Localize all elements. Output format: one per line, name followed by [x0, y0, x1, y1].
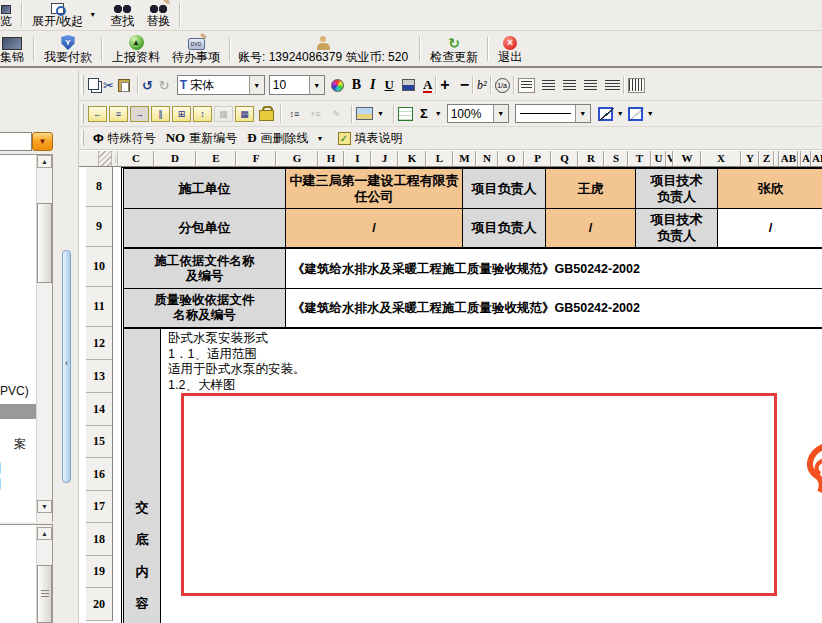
column-header-E[interactable]: E [196, 151, 236, 166]
line-spacing-icon[interactable]: ↕≡ [285, 106, 304, 122]
undo-icon[interactable]: ↺ [142, 79, 153, 92]
find-button[interactable]: 查找 [104, 0, 140, 30]
column-header-S[interactable]: S [604, 151, 628, 166]
cell-quality-basis-value[interactable]: 《建筑给水排水及采暖工程施工质量验收规范》GB50242-2002 [286, 289, 822, 327]
line-style-dropdown[interactable]: ▼ [575, 105, 590, 122]
secondary-panel[interactable]: ▲ [0, 524, 53, 623]
collection-button-partial[interactable]: 集锦 [0, 32, 30, 66]
insert-cell-icon[interactable]: ⊞ [172, 106, 191, 122]
align-justify-icon[interactable] [605, 80, 620, 91]
cell-tech-manager-value[interactable]: / [718, 209, 822, 247]
table-border-icon[interactable] [398, 107, 413, 121]
column-header-G[interactable]: G [276, 151, 318, 166]
column-header-N[interactable]: N [476, 151, 498, 166]
zoom-dropdown[interactable]: ▼ [493, 105, 508, 122]
decrease-size-button[interactable]: − [460, 76, 469, 94]
cell-project-manager-label[interactable]: 项目负责人 [463, 209, 546, 247]
merge-center-icon[interactable]: ≡ [109, 106, 128, 122]
diagonal-border-icon[interactable] [598, 107, 613, 121]
zoom-select[interactable]: 100% ▼ [447, 104, 509, 123]
split-table-icon[interactable]: ↕ [193, 106, 212, 122]
cell-construction-unit-value[interactable]: 中建三局第一建设工程有限责任公司 [286, 169, 463, 208]
shading-icon[interactable]: ▦ [214, 106, 233, 122]
scrollbar-thumb[interactable] [37, 565, 52, 623]
insert-right-icon[interactable]: → [130, 106, 149, 122]
grid-corner[interactable] [79, 151, 99, 166]
clear-diagonal-icon[interactable] [628, 107, 643, 121]
toolbar-grip[interactable] [81, 104, 84, 124]
cell-construction-basis-label[interactable]: 施工依据文件名称及编号 [124, 249, 286, 288]
insert-image-icon[interactable] [356, 107, 373, 120]
cut-icon[interactable]: ✂ [103, 79, 114, 92]
paragraph-spacing-icon[interactable]: +≡ [306, 106, 325, 122]
font-size-dropdown[interactable]: ▼ [309, 76, 324, 94]
cell-construction-basis-value[interactable]: 《建筑给水排水及采暖工程施工质量验收规范》GB50242-2002 [286, 249, 822, 288]
column-header-AB[interactable]: AB [779, 151, 798, 166]
redo-icon[interactable]: ↻ [159, 79, 170, 92]
renumber-button[interactable]: NO 重新编号 [161, 128, 243, 149]
column-header-D[interactable]: D [154, 151, 196, 166]
column-header-J[interactable]: J [371, 151, 398, 166]
bold-button[interactable]: B [352, 77, 361, 93]
align-right-icon[interactable] [584, 80, 597, 91]
sidebar-combo-field[interactable] [0, 132, 32, 151]
italic-button[interactable]: I [370, 77, 375, 93]
format-painter-icon[interactable]: ✎ [327, 106, 346, 122]
paste-icon[interactable] [118, 79, 130, 92]
align-left-icon[interactable] [542, 80, 555, 91]
column-header-Z[interactable]: Z [759, 151, 774, 166]
row-header-18[interactable]: 18 [86, 523, 112, 556]
cell-project-manager-value[interactable]: 王虎 [546, 169, 636, 208]
pay-button[interactable]: Y 我要付款 [38, 32, 98, 66]
column-header-I[interactable]: I [344, 151, 371, 166]
strikethrough-dropdown-icon[interactable]: ▼ [317, 135, 324, 142]
column-header-V[interactable]: V [666, 151, 673, 166]
diagonal-dropdown-icon[interactable]: ▼ [617, 110, 624, 117]
lock-icon[interactable] [259, 106, 272, 121]
tree-item-pvc[interactable]: PVC) [0, 384, 29, 398]
row-header-20[interactable]: 20 [86, 588, 112, 621]
strikethrough-button[interactable]: Ð 画删除线 ▼ [242, 128, 328, 149]
font-color-button[interactable]: A [423, 78, 432, 93]
cell-subcontractor-label[interactable]: 分包单位 [124, 209, 286, 247]
row-header-12[interactable]: 12 [86, 327, 112, 360]
line-style-select[interactable]: ▼ [515, 104, 591, 123]
cell-construction-unit-label[interactable]: 施工单位 [124, 169, 286, 208]
tree-scrollbar[interactable]: ▲ ▼ [36, 155, 52, 522]
image-dropdown-icon[interactable]: ▼ [377, 110, 384, 117]
scroll-down-button[interactable]: ▼ [37, 500, 52, 513]
font-size-select[interactable]: 10 ▼ [269, 75, 325, 95]
check-update-button[interactable]: ↻ 检查更新 [424, 32, 484, 66]
cell-project-manager-value[interactable]: / [546, 209, 636, 247]
superscript-button[interactable]: b² [477, 78, 487, 93]
row-header-17[interactable]: 17 [86, 491, 112, 523]
cell-project-manager-label[interactable]: 项目负责人 [463, 169, 546, 208]
todo-button[interactable]: DVD 待办事项 [166, 32, 226, 66]
toolbar-grip[interactable] [81, 130, 84, 146]
column-header-K[interactable]: K [398, 151, 426, 166]
column-header-H[interactable]: H [318, 151, 344, 166]
font-family-select[interactable]: T 宋体 ▼ [177, 75, 265, 95]
expand-collapse-button[interactable]: 展开/收起 [26, 0, 89, 30]
special-symbol-button[interactable]: Φ 特殊符号 [88, 128, 161, 149]
column-header-T[interactable]: T [628, 151, 651, 166]
cell-tech-manager-label[interactable]: 项目技术负责人 [636, 209, 718, 247]
copy-icon[interactable] [88, 78, 99, 90]
underline-button[interactable]: U [385, 77, 394, 93]
row-header-8[interactable]: 8 [86, 167, 112, 207]
tree-item-partial-1[interactable]: 丨 [0, 460, 6, 477]
increase-size-button[interactable]: + [440, 76, 449, 94]
row-header-19[interactable]: 19 [86, 556, 112, 588]
preview-button-partial[interactable]: 览 [0, 0, 18, 30]
fraction-button[interactable]: 1/a [495, 78, 510, 93]
scroll-up-button[interactable]: ▲ [37, 155, 52, 168]
project-tree-panel[interactable]: PVC) 案 丨 丨 ▲ ▼ [0, 154, 53, 522]
column-header-AF[interactable]: AF [811, 151, 822, 166]
splitter-collapse-handle[interactable]: ‹ [62, 357, 71, 369]
sum-dropdown-icon[interactable]: ▼ [435, 110, 442, 117]
row-header-11[interactable]: 11 [86, 287, 112, 327]
row-header-14[interactable]: 14 [86, 393, 112, 426]
paragraph-format-icon[interactable] [518, 78, 535, 93]
upload-button[interactable]: ▲ 上报资料 [106, 32, 166, 66]
cell-subcontractor-value[interactable]: / [286, 209, 463, 247]
